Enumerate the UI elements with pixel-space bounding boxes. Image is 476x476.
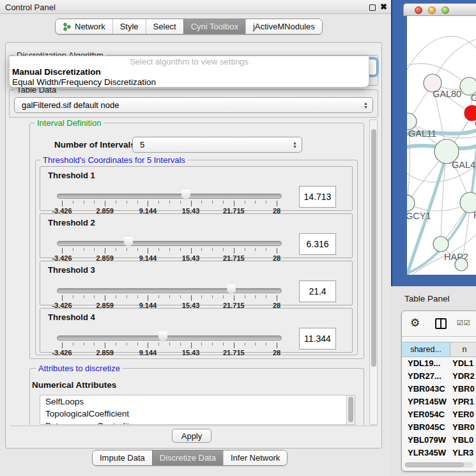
stepper-icon: ▲▼ [293,141,297,149]
table-panel: Table Panel ⚙ ☑☑ shared... n YDL19...YDL… [391,286,476,476]
threshold-label: Threshold 2 [48,218,95,227]
table-hscrollbar[interactable] [404,462,473,468]
column-header-shared-name[interactable]: shared... [402,342,450,357]
network-node[interactable] [407,195,415,211]
zoom-traffic-light-icon[interactable] [441,6,449,14]
threshold-slider[interactable]: -3.4262.8599.14415.4321.71528 [57,191,282,213]
attribute-item[interactable]: SelfLoops [40,395,355,408]
screen: Control Panel ✖ Network Style Select Cyn… [0,0,476,476]
stepper-icon: ▲▼ [364,102,368,109]
threshold-panel: Threshold 1 -3.4262.8599.14415.4321.7152… [40,166,353,211]
table-header-row: shared... n [402,342,476,357]
node-label: GAL11 [408,128,436,139]
panel-scrollbar-thumb[interactable] [371,129,376,367]
table-data-combo-value: galFiltered.sif default node [15,98,372,112]
tab-style[interactable]: Style [112,19,146,34]
node-label: H [473,210,476,220]
table-data-combo[interactable]: galFiltered.sif default node ▲▼ [14,97,373,113]
algorithm-placeholder-option[interactable]: Select algorithm to view settings [10,57,369,67]
tab-select[interactable]: Select [146,19,183,34]
slider-thumb[interactable] [227,284,236,295]
tab-cyni-toolbox[interactable]: Cyni Toolbox [183,19,245,34]
threshold-value-field[interactable]: 6.316 [299,233,336,255]
threshold-value-field[interactable]: 14.713 [299,186,336,208]
slider-ticks [62,342,277,348]
control-panel-title: Control Panel [5,3,56,12]
tab-jactivemnodules[interactable]: jActiveMNodules [245,19,322,34]
numerical-attributes-label: Numerical Attributes [32,380,116,390]
thresholds-group-title: Threshold's Coordinates for 5 Intervals [40,155,188,165]
threshold-panel: Threshold 4 -3.4262.8599.14415.4321.7152… [40,308,353,353]
algorithm-dropdown-popup: Select algorithm to view settings Manual… [9,56,369,88]
num-intervals-label: Number of Intervals [54,140,135,150]
network-window-titlebar [403,3,476,16]
numerical-attributes-listbox[interactable]: SelfLoopsTopologicalCoefficientBetweenne… [40,395,355,425]
table-hscrollbar-thumb[interactable] [405,463,464,467]
threshold-slider[interactable]: -3.4262.8599.14415.4321.71528 [57,333,282,355]
network-canvas[interactable]: GAL80GCGAL11GAL4GCY1HHAP2 [407,16,476,275]
threshold-slider[interactable]: -3.4262.8599.14415.4321.71528 [57,286,282,307]
node-label: GCY1 [407,211,431,221]
table-row[interactable]: YBL079WYBL0 [402,434,476,447]
slider-thumb[interactable] [158,332,167,342]
node-label: GAL80 [433,89,461,99]
float-window-icon[interactable] [369,4,376,11]
threshold-label: Threshold 1 [48,171,95,180]
interval-definition-title: Interval Definition [35,118,104,128]
attribute-item[interactable]: TopologicalCoefficient [40,408,355,420]
columns-icon[interactable] [435,318,447,329]
num-intervals-combo[interactable]: 5 ▲▼ [132,137,302,153]
numerical-attributes-list: SelfLoopsTopologicalCoefficientBetweenne… [40,395,355,425]
table-rows: YDL19...YDL1YDR27...YDR2YBR043CYBR0YPR14… [402,357,476,464]
threshold-panel: Threshold 3 -3.4262.8599.14415.4321.7152… [40,261,353,305]
network-node[interactable] [433,236,449,252]
bottom-tab-bar: Impute Data Discretize Data Infer Networ… [92,450,288,466]
close-traffic-light-icon[interactable] [415,6,422,14]
slider-ticks [62,295,277,301]
panel-scrollbar[interactable] [369,119,378,425]
gear-icon[interactable]: ⚙ [410,317,420,330]
table-row[interactable]: YDL19...YDL1 [402,357,476,370]
node-label: GAL4 [452,160,475,170]
network-canvas-svg: GAL80GCGAL11GAL4GCY1HHAP2 [407,16,476,275]
option-equal-width-frequency[interactable]: Equal Width/Frequency Discretization [10,77,369,88]
tab-discretize-data[interactable]: Discretize Data [152,450,223,465]
slider-ticks [62,248,277,254]
option-manual-discretization[interactable]: Manual Discretization [10,67,369,77]
table-row[interactable]: YBR045CYBR0 [402,421,476,434]
table-row[interactable]: YLR345WYLR3 [402,447,476,459]
control-panel-titlebar: Control Panel ✖ [0,0,391,14]
threshold-panel: Threshold 2 -3.4262.8599.14415.4321.7152… [40,213,353,258]
select-checkboxes-icon[interactable]: ☑☑ [457,319,471,327]
slider-tick-labels: -3.4262.8599.14415.4321.71528 [62,349,277,357]
tab-infer-network[interactable]: Infer Network [223,450,287,465]
slider-thumb[interactable] [181,190,190,201]
minimize-traffic-light-icon[interactable] [428,6,436,14]
tab-network[interactable]: Network [56,19,112,34]
node-label: G [471,93,476,103]
network-node[interactable] [455,258,468,271]
close-icon[interactable]: ✖ [380,2,387,12]
attributes-scrollbar[interactable] [346,395,355,424]
table-toolbar: ⚙ ☑☑ [402,311,476,337]
attribute-item[interactable]: BetweennessCentrality [40,420,355,425]
slider-ticks [62,201,277,206]
threshold-label: Threshold 3 [48,265,95,275]
attributes-group-title: Attributes to discretize [36,364,123,373]
apply-button[interactable]: Apply [172,429,211,443]
threshold-label: Threshold 4 [48,312,95,322]
table-row[interactable]: YBR043CYBR0 [402,383,476,395]
threshold-value-field[interactable]: 21.4 [299,280,336,302]
table-row[interactable]: YER054CYER0 [402,408,476,421]
table-row[interactable]: YPR145WYPR1 [402,395,476,408]
threshold-slider[interactable]: -3.4262.8599.14415.4321.71528 [57,238,282,260]
num-intervals-value: 5 [133,137,302,152]
column-header-name[interactable]: n [450,342,476,357]
threshold-value-field[interactable]: 11.344 [299,328,336,349]
table-row[interactable]: YDR27...YDR2 [402,370,476,383]
table-panel-title: Table Panel [404,294,450,303]
tab-impute-data[interactable]: Impute Data [93,450,152,465]
slider-thumb[interactable] [124,237,133,248]
network-window: GAL80GCGAL11GAL4GCY1HHAP2 [391,0,476,286]
table-panel-window: ⚙ ☑☑ shared... n YDL19...YDL1YDR27...YDR… [401,311,476,472]
